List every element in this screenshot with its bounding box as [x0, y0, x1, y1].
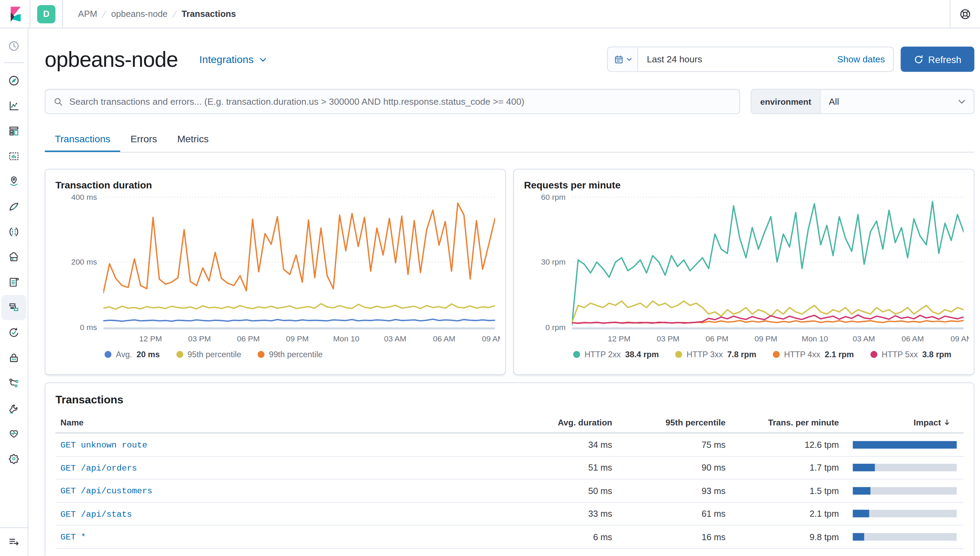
legend-item-http-2xx[interactable]: HTTP 2xx38.4 rpm: [573, 350, 659, 359]
x-axis: 12 PM03 PM06 PM09 PMMon 1003 AM06 AM09 A…: [105, 332, 500, 346]
impact-bar: [853, 510, 957, 517]
nav-stack-monitoring[interactable]: [2, 421, 26, 446]
nav-machine-learning[interactable]: [2, 194, 26, 219]
recent-clock-icon: [8, 40, 20, 52]
transaction-link[interactable]: GET *: [61, 533, 86, 542]
refresh-button[interactable]: Refresh: [901, 47, 975, 72]
impact-bar: [853, 487, 957, 495]
nav-dev-tools[interactable]: [2, 396, 26, 421]
column-header-tpm[interactable]: Trans. per minute: [731, 413, 844, 432]
legend-item-avg-[interactable]: Avg.20 ms: [105, 350, 160, 359]
discover-compass-icon: [8, 74, 20, 87]
left-nav-rail: [0, 28, 28, 556]
impact-bar: [853, 464, 957, 472]
nav-uptime[interactable]: [2, 320, 26, 345]
impact-header-label: Impact: [914, 418, 941, 427]
main-content: opbeans-node Integrations: [28, 28, 980, 556]
legend-item-http-3xx[interactable]: HTTP 3xx7.8 rpm: [675, 350, 756, 359]
rail-bottom: [0, 527, 27, 556]
transaction-duration-panel: Transaction duration 400 ms200 ms0 ms 12…: [45, 169, 506, 375]
tab-errors[interactable]: Errors: [121, 127, 168, 152]
search-input[interactable]: [69, 97, 732, 107]
transaction-link[interactable]: GET /api/customers: [61, 487, 153, 496]
nav-logs[interactable]: [2, 270, 26, 295]
series-99th-percentile: [103, 203, 495, 293]
nav-security[interactable]: [2, 345, 26, 370]
help-lifebuoy-icon: [959, 7, 972, 20]
apm-icon: [8, 301, 20, 314]
rpm-chart[interactable]: [572, 196, 964, 332]
table-row: GET /api/stats33 ms61 ms2.1 tpm: [55, 503, 964, 526]
nav-metrics[interactable]: [2, 371, 26, 396]
p95-cell: 345 ms: [617, 554, 731, 556]
y-tick-label: 30 rpm: [541, 258, 566, 267]
duration-chart[interactable]: [103, 196, 495, 332]
x-tick-label: 09 AM: [482, 335, 500, 343]
transaction-link[interactable]: GET /api/orders: [61, 464, 137, 473]
legend-item-http-5xx[interactable]: HTTP 5xx3.8 rpm: [870, 350, 951, 359]
nav-discover[interactable]: [2, 68, 26, 93]
recently-viewed-button[interactable]: [2, 34, 26, 58]
transaction-name-cell: POST /api/orders: [55, 554, 523, 556]
transaction-link[interactable]: GET unknown route: [61, 441, 147, 450]
tab-bar: TransactionsErrorsMetrics: [45, 127, 975, 152]
impact-cell: [844, 510, 964, 517]
column-header-95th[interactable]: 95th percentile: [617, 413, 731, 432]
transaction-name-cell: GET /api/orders: [55, 462, 523, 473]
y-tick-label: 400 ms: [71, 193, 97, 202]
help-menu[interactable]: [950, 0, 980, 27]
avg-duration-cell: 6 ms: [523, 532, 617, 541]
chart-legend: Avg.20 ms95th percentile99th percentile: [105, 350, 495, 359]
integrations-menu[interactable]: Integrations: [199, 53, 267, 65]
legend-dot-icon: [105, 351, 111, 358]
breadcrumb-item-transactions: Transactions: [182, 9, 236, 19]
legend-dot-icon: [773, 351, 780, 358]
breadcrumb-item-opbeans-node[interactable]: opbeans-node: [111, 9, 168, 19]
tab-metrics[interactable]: Metrics: [167, 127, 219, 152]
nav-fleet[interactable]: [2, 244, 26, 270]
breadcrumb-item-apm[interactable]: APM: [78, 9, 97, 19]
tpm-cell: 12.6 tpm: [731, 440, 844, 449]
graph-icon: [8, 226, 20, 238]
kibana-logo[interactable]: [0, 0, 30, 27]
table-row: GET *6 ms16 ms9.8 tpm: [55, 525, 964, 548]
column-header-name[interactable]: Name: [55, 413, 523, 432]
nav-maps[interactable]: [2, 169, 26, 194]
nav-visualize[interactable]: [2, 93, 26, 118]
table-row: GET /api/orders51 ms90 ms1.7 tpm: [55, 456, 964, 480]
impact-bar-fill: [853, 487, 870, 495]
transaction-link[interactable]: GET /api/stats: [61, 509, 132, 519]
visualize-chart-icon: [8, 100, 20, 112]
legend-value: 3.8 rpm: [922, 350, 951, 359]
kibana-apm-page: D APM/opbeans-node/Transactions: [0, 0, 980, 556]
legend-item-http-4xx[interactable]: HTTP 4xx2.1 rpm: [773, 350, 854, 359]
tab-transactions[interactable]: Transactions: [45, 127, 121, 152]
collapse-menu-button[interactable]: [2, 529, 26, 554]
environment-select[interactable]: environment All: [751, 89, 974, 114]
page-title: opbeans-node: [45, 47, 178, 71]
y-axis: 400 ms200 ms0 ms: [55, 196, 103, 330]
p95-cell: 61 ms: [617, 509, 731, 519]
integrations-label: Integrations: [199, 53, 254, 65]
monitoring-heartbeat-icon: [8, 427, 20, 440]
chart-title: Transaction duration: [55, 179, 495, 191]
legend-dot-icon: [176, 351, 183, 358]
nav-dashboard[interactable]: [2, 118, 26, 144]
time-range-value[interactable]: Last 24 hours: [638, 54, 837, 64]
column-header-impact[interactable]: Impact: [844, 413, 964, 432]
search-box: [45, 89, 740, 114]
legend-item-99th-percentile[interactable]: 99th percentile: [258, 350, 322, 359]
nav-management[interactable]: [2, 446, 26, 471]
dev-tools-wrench-icon: [8, 402, 20, 415]
show-dates-link[interactable]: Show dates: [837, 54, 893, 64]
space-avatar[interactable]: D: [37, 5, 55, 23]
legend-item-95th-percentile[interactable]: 95th percentile: [176, 350, 242, 359]
column-header-avg-duration[interactable]: Avg. duration: [523, 413, 617, 432]
nav-apm[interactable]: [2, 295, 26, 320]
space-switcher[interactable]: D: [30, 0, 63, 27]
quick-select-button[interactable]: [608, 47, 638, 71]
nav-graph[interactable]: [2, 220, 26, 244]
nav-canvas[interactable]: [2, 144, 26, 169]
x-tick-label: 06 AM: [433, 335, 455, 343]
transaction-name-cell: GET /api/stats: [55, 509, 523, 519]
